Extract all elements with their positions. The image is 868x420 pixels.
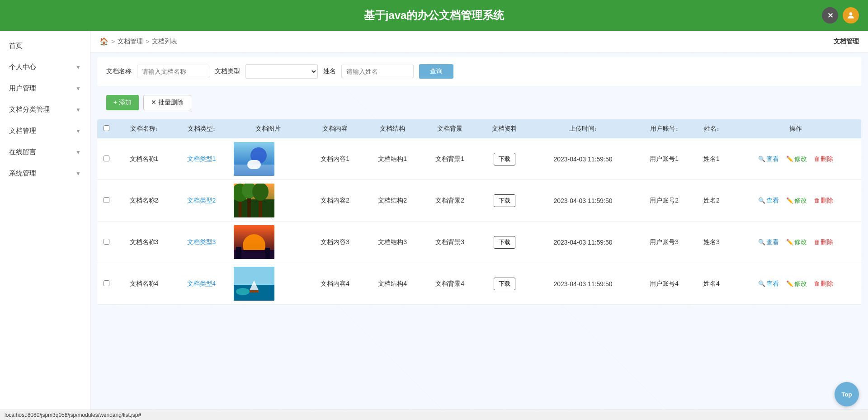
cell-account-1: 用户账号2	[636, 180, 693, 222]
sidebar-item-home[interactable]: 首页	[0, 35, 90, 57]
trash-icon: 🗑	[814, 156, 820, 162]
cell-doc-img-0	[230, 138, 307, 180]
search-icon: 🔍	[758, 197, 765, 204]
sidebar-item-user-mgmt[interactable]: 用户管理 ▼	[0, 78, 90, 99]
table-row: 文档名称1 文档类型1 文档内容1 文档结构1 文档背	[97, 138, 861, 180]
breadcrumb-doc-list: 文档列表	[152, 38, 177, 46]
cell-doc-bg-0: 文档背景1	[421, 138, 479, 180]
edit-button-3[interactable]: ✏️修改	[786, 280, 809, 287]
breadcrumb-doc-mgmt[interactable]: 文档管理	[118, 38, 143, 46]
svg-rect-22	[250, 290, 259, 293]
cell-doc-bg-3: 文档背景4	[421, 263, 479, 305]
chevron-down-icon: ▼	[75, 149, 81, 156]
cell-doc-name-0: 文档名称1	[115, 138, 173, 180]
cell-doc-resource-3: 下载	[479, 263, 531, 305]
cell-doc-resource-1: 下载	[479, 180, 531, 222]
view-button-2[interactable]: 🔍查看	[758, 238, 781, 245]
doc-type-select[interactable]: 类型1 类型2 类型3 类型4	[245, 64, 318, 79]
view-button-0[interactable]: 🔍查看	[758, 155, 781, 162]
edit-button-0[interactable]: ✏️修改	[786, 155, 809, 162]
sidebar-item-doc-category[interactable]: 文档分类管理 ▼	[0, 99, 90, 120]
cell-ops-2: 🔍查看 ✏️修改 🗑删除	[730, 222, 861, 263]
row-select-2[interactable]	[104, 239, 109, 245]
cell-doc-type-1[interactable]: 文档类型2	[173, 180, 230, 222]
row-select-3[interactable]	[104, 280, 109, 286]
download-button-1[interactable]: 下载	[494, 194, 515, 207]
table-row: 文档名称3 文档类型3 文档内容3 文档	[97, 222, 861, 263]
sidebar-item-profile[interactable]: 个人中心 ▼	[0, 57, 90, 78]
sidebar-item-messages[interactable]: 在线留言 ▼	[0, 142, 90, 163]
trash-icon: 🗑	[814, 197, 820, 204]
col-doc-structure: 文档结构	[364, 119, 421, 138]
svg-point-21	[236, 288, 250, 295]
sidebar-item-label: 个人中心	[9, 63, 36, 71]
download-button-2[interactable]: 下载	[494, 236, 515, 249]
delete-button-0[interactable]: 🗑删除	[814, 155, 833, 162]
delete-button-1[interactable]: 🗑删除	[814, 197, 833, 204]
table-row: 文档名称4 文档类型4 文	[97, 263, 861, 305]
name-input[interactable]	[341, 65, 414, 78]
trash-icon: 🗑	[814, 280, 820, 287]
view-button-3[interactable]: 🔍查看	[758, 280, 781, 287]
batch-delete-button[interactable]: ✕ 批量删除	[143, 95, 191, 110]
row-checkbox-0	[97, 138, 115, 180]
cell-ops-1: 🔍查看 ✏️修改 🗑删除	[730, 180, 861, 222]
col-ops: 操作	[730, 119, 861, 138]
download-button-3[interactable]: 下载	[494, 278, 515, 290]
row-select-1[interactable]	[104, 197, 109, 203]
edit-button-1[interactable]: ✏️修改	[786, 197, 809, 204]
data-table-wrapper: 文档名称↕ 文档类型↕ 文档图片 文档内容 文档结构 文档背景 文档资料 上传时…	[97, 119, 861, 305]
row-checkbox-1	[97, 180, 115, 222]
delete-button-3[interactable]: 🗑删除	[814, 280, 833, 287]
row-select-0[interactable]	[104, 156, 109, 161]
cell-doc-bg-1: 文档背景2	[421, 180, 479, 222]
cell-doc-structure-1: 文档结构2	[364, 180, 421, 222]
close-icon[interactable]: ✕	[822, 7, 838, 24]
chevron-down-icon: ▼	[75, 128, 81, 134]
action-bar: + 添加 ✕ 批量删除	[97, 90, 861, 115]
col-doc-content: 文档内容	[307, 119, 364, 138]
app-title: 基于java的办公文档管理系统	[364, 8, 505, 23]
col-checkbox	[97, 119, 115, 138]
cell-doc-img-1	[230, 180, 307, 222]
download-button-0[interactable]: 下载	[494, 153, 515, 165]
select-all-checkbox[interactable]	[104, 125, 109, 131]
edit-button-2[interactable]: ✏️修改	[786, 238, 809, 245]
chevron-down-icon: ▼	[75, 85, 81, 92]
cell-doc-name-1: 文档名称2	[115, 180, 173, 222]
cell-doc-name-2: 文档名称3	[115, 222, 173, 263]
cell-doc-type-3[interactable]: 文档类型4	[173, 263, 230, 305]
home-icon[interactable]: 🏠	[99, 37, 108, 46]
col-doc-resource: 文档资料	[479, 119, 531, 138]
row-checkbox-2	[97, 222, 115, 263]
col-upload-time: 上传时间↕	[530, 119, 635, 138]
delete-button-2[interactable]: 🗑删除	[814, 238, 833, 245]
breadcrumb-sep-1: >	[111, 38, 115, 45]
cell-account-3: 用户账号4	[636, 263, 693, 305]
add-button[interactable]: + 添加	[106, 95, 139, 110]
sidebar-item-label: 文档分类管理	[9, 105, 50, 114]
cell-upload-time-2: 2023-04-03 11:59:50	[530, 222, 635, 263]
back-to-top-button[interactable]: Top	[835, 382, 859, 406]
status-bar: localhost:8080/jspm3q058/jsp/modules/wen…	[0, 410, 868, 420]
svg-rect-16	[236, 247, 241, 259]
query-button[interactable]: 查询	[419, 64, 453, 79]
user-avatar-icon[interactable]	[843, 7, 859, 24]
page-title: 文档管理	[834, 38, 859, 46]
doc-name-label: 文档名称	[106, 67, 132, 76]
svg-point-0	[849, 12, 853, 15]
cell-doc-type-2[interactable]: 文档类型3	[173, 222, 230, 263]
search-icon: 🔍	[758, 239, 765, 245]
doc-name-input[interactable]	[137, 65, 209, 78]
view-button-1[interactable]: 🔍查看	[758, 197, 781, 204]
cell-doc-type-0[interactable]: 文档类型1	[173, 138, 230, 180]
cell-account-0: 用户账号1	[636, 138, 693, 180]
cell-username-2: 姓名3	[693, 222, 730, 263]
col-account: 用户账号↕	[636, 119, 693, 138]
sidebar-item-label: 在线留言	[9, 148, 36, 156]
sidebar-item-doc-mgmt[interactable]: 文档管理 ▼	[0, 120, 90, 142]
sidebar-item-sys-mgmt[interactable]: 系统管理 ▼	[0, 163, 90, 184]
edit-icon: ✏️	[786, 156, 793, 162]
search-icon: 🔍	[758, 156, 765, 162]
cell-username-0: 姓名1	[693, 138, 730, 180]
